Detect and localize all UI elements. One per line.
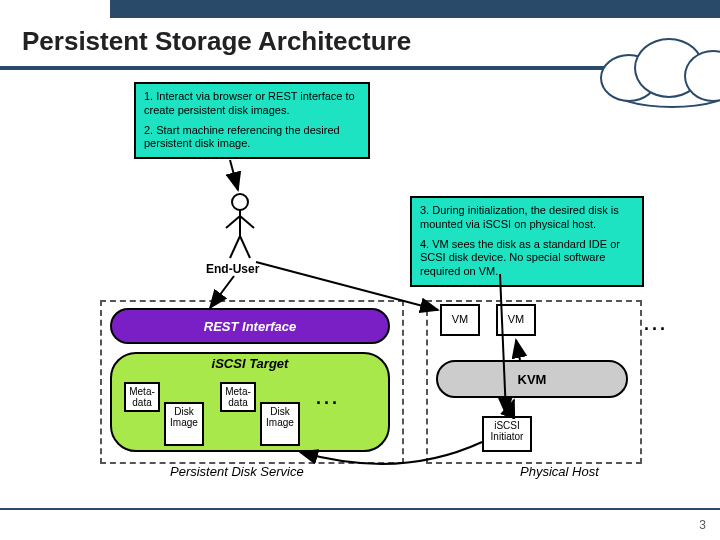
top-accent-bar <box>0 0 720 18</box>
slide: Persistent Storage Architecture 1. Inter… <box>0 0 720 540</box>
title-underline <box>0 66 720 70</box>
arrows-layer <box>100 82 660 490</box>
svg-line-10 <box>516 340 520 360</box>
page-title: Persistent Storage Architecture <box>22 26 411 57</box>
svg-line-7 <box>210 276 234 308</box>
svg-line-6 <box>230 160 238 190</box>
svg-line-8 <box>256 262 438 310</box>
svg-line-11 <box>508 400 514 416</box>
svg-line-9 <box>500 274 506 414</box>
footer: 3 <box>0 510 720 540</box>
page-number: 3 <box>699 518 706 532</box>
architecture-diagram: 1. Interact via browser or REST interfac… <box>100 82 660 490</box>
